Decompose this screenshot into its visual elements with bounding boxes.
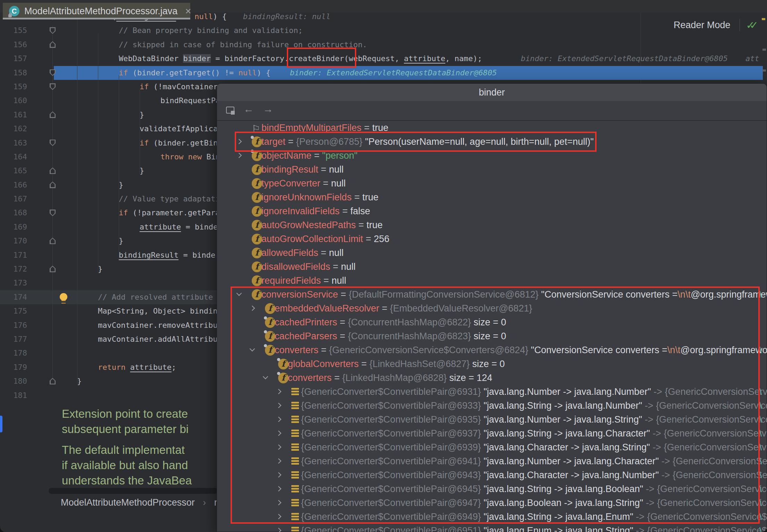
variable-row[interactable]: fautoGrowCollectionLimit = 256 xyxy=(217,232,767,246)
fold-marker[interactable] xyxy=(50,27,56,34)
editor-line-158[interactable]: 158if (binder.getTarget() != null) {bind… xyxy=(0,66,767,80)
error-stripe-mark[interactable] xyxy=(762,69,766,72)
value-continuation-mark: \ xyxy=(759,440,762,454)
tab-title: ModelAttributeMethodProcessor.java xyxy=(24,6,177,17)
line-number: 164 xyxy=(0,150,27,164)
field-icon: f xyxy=(252,261,262,272)
doc-paragraph-1: Extension point to createsubsequent para… xyxy=(62,406,192,437)
fold-marker[interactable] xyxy=(50,111,56,118)
variable-text: {GenericConverter$ConvertiblePair@6951} … xyxy=(301,524,767,532)
line-number: 158 xyxy=(0,66,27,80)
red-annotation-box-target xyxy=(235,132,597,152)
value-continuation-mark: \ xyxy=(759,288,762,301)
horizontal-scrollbar[interactable] xyxy=(49,488,218,494)
line-number: 170 xyxy=(0,234,27,248)
line-number: 174 xyxy=(0,290,27,304)
fold-marker[interactable] xyxy=(50,238,56,244)
line-number: 177 xyxy=(0,332,27,346)
variable-row[interactable]: fbindingResult = null xyxy=(217,163,767,176)
fold-marker[interactable] xyxy=(50,140,56,146)
code-text: } xyxy=(140,108,144,122)
list-entry-icon xyxy=(291,527,299,532)
field-icon: f xyxy=(252,206,262,217)
intention-bulb-icon[interactable] xyxy=(60,293,67,301)
value-continuation-mark: \ xyxy=(759,496,762,510)
fold-marker[interactable] xyxy=(50,209,56,216)
line-number: 165 xyxy=(0,164,27,178)
active-tab-indicator xyxy=(3,18,190,19)
breadcrumb-chevron: › xyxy=(203,497,206,508)
inspections-ok-icon[interactable]: ✓✓ xyxy=(746,19,762,31)
line-number: 162 xyxy=(0,122,27,136)
breadcrumb: ModelAttributeMethodProcessor › res xyxy=(61,497,227,508)
line-number: 168 xyxy=(0,206,27,220)
chevron-right-icon[interactable] xyxy=(236,153,242,158)
breadcrumb-class[interactable]: ModelAttributeMethodProcessor xyxy=(61,497,195,508)
variable-text: disallowedFields = null xyxy=(261,260,356,274)
value-continuation-mark: \ xyxy=(759,385,762,399)
variable-row[interactable]: fignoreInvalidFields = false xyxy=(217,204,767,218)
line-number: 167 xyxy=(0,192,27,206)
indent-guide xyxy=(77,19,77,384)
field-icon: f xyxy=(252,164,262,175)
red-annotation-box-conversionservice xyxy=(231,286,760,524)
fold-marker[interactable] xyxy=(50,83,56,90)
variable-row[interactable]: {GenericConverter$ConvertiblePair@6951} … xyxy=(217,524,767,532)
code-text: } xyxy=(140,164,144,178)
value-continuation-mark: \ xyxy=(759,454,762,468)
indent-guide xyxy=(98,33,98,273)
reader-mode-label[interactable]: Reader Mode xyxy=(674,20,731,31)
variable-row[interactable]: fallowedFields = null xyxy=(217,246,767,260)
line-number: 171 xyxy=(0,248,27,262)
line-number: 160 xyxy=(0,94,27,108)
line-number: 173 xyxy=(0,276,27,290)
field-icon: f xyxy=(252,234,262,244)
line-number: 180 xyxy=(0,374,27,388)
value-continuation-mark: \ xyxy=(759,343,762,357)
error-stripe-mark[interactable] xyxy=(762,49,766,51)
error-stripe-mark[interactable] xyxy=(762,18,765,20)
variable-row[interactable]: fdisallowedFields = null xyxy=(217,260,767,274)
variable-row[interactable]: fautoGrowNestedPaths = true xyxy=(217,218,767,232)
field-icon: f xyxy=(252,150,262,161)
field-icon: f xyxy=(252,275,262,286)
forward-arrow-icon[interactable]: → xyxy=(263,103,273,115)
chevron-right-icon[interactable] xyxy=(276,528,282,532)
value-continuation-mark: \ xyxy=(759,468,762,482)
editor-line-156[interactable]: 156// skipped in case of binding failure… xyxy=(0,38,767,52)
variable-text: requiredFields = null xyxy=(261,274,346,288)
variable-row[interactable]: frequiredFields = null xyxy=(217,274,767,288)
field-icon: f xyxy=(252,178,262,189)
fold-marker[interactable] xyxy=(50,41,56,48)
tab-close-icon[interactable]: × xyxy=(185,6,191,16)
variable-row[interactable]: fignoreUnknownFields = true xyxy=(217,190,767,204)
fold-marker[interactable] xyxy=(50,69,56,76)
variable-text: autoGrowCollectionLimit = 256 xyxy=(261,232,389,246)
fold-marker[interactable] xyxy=(50,182,56,188)
field-icon: f xyxy=(252,248,262,258)
code-text: if (binder.getTarget() != null) { xyxy=(119,66,270,80)
line-number: 161 xyxy=(0,108,27,122)
tab-modelattributemethodprocessor[interactable]: C ModelAttributeMethodProcessor.java × xyxy=(3,3,190,19)
field-icon: f xyxy=(252,220,262,231)
fold-marker[interactable] xyxy=(50,167,56,174)
code-text: return attribute; xyxy=(98,360,176,374)
variable-row[interactable]: ftypeConverter = null xyxy=(217,176,767,190)
editor-line-155[interactable]: 155// Bean property binding and validati… xyxy=(0,24,767,38)
back-arrow-icon[interactable]: ← xyxy=(243,103,254,115)
readonly-lock-icon xyxy=(8,14,12,17)
line-number: 156 xyxy=(0,38,27,52)
popup-toolbar: ← → xyxy=(217,101,767,120)
fold-marker[interactable] xyxy=(50,378,56,384)
value-continuation-mark: \ xyxy=(759,524,762,532)
fold-marker[interactable] xyxy=(50,266,56,272)
show-options-icon[interactable] xyxy=(226,107,234,114)
line-number: 181 xyxy=(0,389,27,402)
red-annotation-box-createbinder xyxy=(287,48,356,68)
editor-line-157[interactable]: 157WebDataBinder binder = binderFactory.… xyxy=(0,52,767,66)
variable-text: autoGrowNestedPaths = true xyxy=(261,218,383,232)
code-text: } xyxy=(77,374,82,388)
value-continuation-mark: \ xyxy=(759,399,762,413)
line-number: 157 xyxy=(0,52,27,66)
fold-region-line xyxy=(52,26,53,383)
